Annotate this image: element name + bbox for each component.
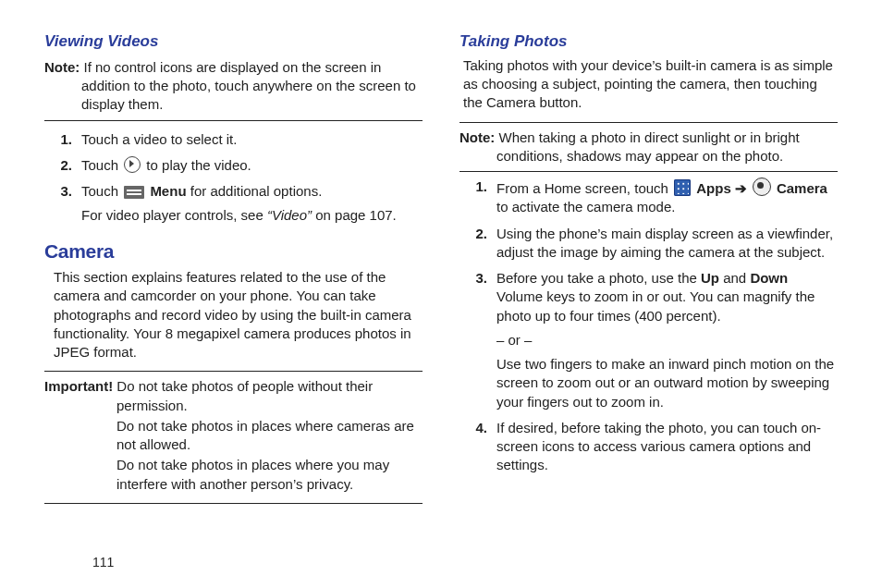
important-block: Important! Do not take photos of people …: [44, 377, 423, 494]
tstep-3: 3. Before you take a photo, use the Up a…: [469, 269, 838, 411]
divider: [44, 503, 423, 504]
taking-steps: 1. From a Home screen, touch Apps➔ Camer…: [459, 178, 838, 475]
menu-icon: [124, 186, 144, 199]
viewing-steps: 1. Touch a video to select it. 2. Touch …: [44, 130, 423, 226]
tstep-1: 1. From a Home screen, touch Apps➔ Camer…: [469, 178, 838, 217]
divider: [44, 371, 423, 372]
manual-page: Viewing Videos Note: If no control icons…: [0, 0, 882, 588]
note-block: Note: If no control icons are displayed …: [44, 58, 423, 121]
camera-intro: This section explains features related t…: [54, 268, 423, 361]
or-text: Use two fingers to make an inward pinch …: [496, 355, 838, 411]
step-3: 3. Touch Menu for additional options. Fo…: [54, 182, 423, 226]
divider: [44, 120, 423, 121]
note-right: Note: When taking a photo in direct sunl…: [459, 129, 838, 166]
tstep-4: 4. If desired, before taking the photo, …: [469, 419, 838, 475]
important-line-3: Do not take photos in places where you m…: [44, 456, 423, 494]
left-column: Viewing Videos Note: If no control icons…: [44, 31, 423, 570]
note-text: Note: If no control icons are displayed …: [44, 58, 423, 115]
step-2: 2. Touch to play the video.: [54, 156, 423, 175]
note-label: Note:: [44, 59, 80, 75]
arrow-icon: ➔: [735, 180, 747, 196]
heading-viewing-videos: Viewing Videos: [44, 31, 423, 53]
divider: [459, 171, 838, 172]
right-column: Taking Photos Taking photos with your de…: [459, 31, 838, 570]
or-divider: – or –: [496, 331, 838, 349]
camera-icon: [753, 178, 771, 196]
page-number: 111: [92, 555, 114, 570]
play-icon: [124, 156, 141, 173]
step-1: 1. Touch a video to select it.: [54, 130, 423, 149]
apps-icon: [674, 179, 691, 196]
taking-intro: Taking photos with your device’s built-i…: [463, 56, 838, 113]
tstep-2: 2. Using the phone’s main display screen…: [469, 225, 838, 263]
step-3-sub: For video player controls, see “Video” o…: [81, 206, 423, 225]
heading-taking-photos: Taking Photos: [459, 31, 838, 53]
important-label: Important!: [44, 378, 113, 394]
heading-camera: Camera: [44, 239, 423, 264]
divider: [459, 122, 838, 123]
important-line-2: Do not take photos in places where camer…: [44, 417, 423, 455]
